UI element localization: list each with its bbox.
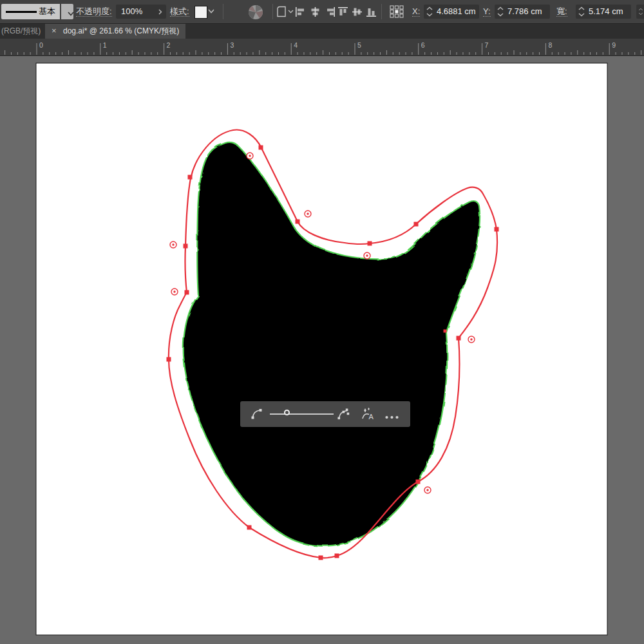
corner-widget[interactable] <box>170 242 176 248</box>
anchor-point[interactable] <box>368 242 372 246</box>
stepper-icon[interactable] <box>496 6 505 17</box>
tab-close-icon[interactable]: × <box>52 23 57 39</box>
svg-text:7: 7 <box>485 41 489 49</box>
anchor-point-small[interactable] <box>444 330 447 333</box>
y-value: 7.786 cm <box>507 6 542 16</box>
svg-text:5: 5 <box>357 41 361 49</box>
simplify-fewer-points-button[interactable] <box>251 408 263 422</box>
width-field[interactable]: 5.174 cm <box>576 5 631 19</box>
corner-widget[interactable] <box>171 289 178 295</box>
opacity-label[interactable]: 不透明度: <box>76 0 112 23</box>
width-label[interactable]: 寬: <box>556 0 567 23</box>
toolbar-divider <box>272 4 273 19</box>
svg-text:A: A <box>369 413 374 421</box>
fewer-anchor-points-icon <box>251 408 263 421</box>
more-anchor-points-icon <box>337 408 350 421</box>
anchor-point[interactable] <box>167 357 171 362</box>
artwork-svg <box>0 56 644 644</box>
svg-text:9: 9 <box>612 41 616 49</box>
corner-widget[interactable] <box>364 252 370 259</box>
align-center-vertical-icon <box>352 6 363 17</box>
svg-text:2: 2 <box>167 41 171 49</box>
tab-active-dog-ai[interactable]: × dog.ai* @ 261.66 % (CMYK/預視) <box>45 23 185 39</box>
svg-text:4: 4 <box>294 41 298 49</box>
opacity-field[interactable]: 100% <box>116 5 166 19</box>
anchor-point[interactable] <box>247 526 252 530</box>
anchor-point[interactable] <box>414 222 419 227</box>
align-bottom-icon <box>366 6 377 17</box>
anchor-point[interactable] <box>457 336 461 341</box>
chevron-down-icon <box>208 9 214 14</box>
simplify-slider-knob[interactable] <box>284 410 290 415</box>
illustrator-window: 基本 不透明度: 100% 樣式: <box>0 0 644 644</box>
svg-text:6: 6 <box>421 41 425 49</box>
chevron-down-icon <box>68 12 74 16</box>
anchor-point[interactable] <box>495 227 499 232</box>
chevron-down-icon[interactable] <box>288 10 294 14</box>
opacity-value: 100% <box>121 6 142 16</box>
tab-inactive-clipped[interactable]: (RGB/預視) <box>1 23 41 39</box>
anchor-point[interactable] <box>296 220 300 224</box>
document-tab-bar: (RGB/預視) × dog.ai* @ 261.66 % (CMYK/預視) <box>0 23 644 39</box>
document-icon <box>276 6 287 17</box>
opacity-menu-arrow-icon[interactable] <box>158 9 162 15</box>
more-options-button[interactable] <box>384 412 400 422</box>
simplify-slider-track[interactable] <box>270 413 334 415</box>
style-swatch[interactable] <box>194 6 207 19</box>
stepper-icon[interactable] <box>577 6 586 17</box>
simplify-more-points-button[interactable] <box>337 408 350 422</box>
next-field-clipped[interactable] <box>636 5 644 19</box>
toolbar-divider <box>223 4 223 19</box>
x-label[interactable]: X: <box>412 0 420 23</box>
stepper-icon[interactable] <box>425 6 434 17</box>
y-field[interactable]: 7.786 cm <box>495 5 550 19</box>
anchor-point[interactable] <box>185 290 189 295</box>
simplify-hud: A <box>240 401 410 427</box>
control-bar: 基本 不透明度: 100% 樣式: <box>0 0 644 24</box>
svg-text:3: 3 <box>230 41 234 49</box>
corner-widget[interactable] <box>468 336 475 343</box>
svg-text:1: 1 <box>103 41 107 49</box>
align-top-icon <box>337 6 348 17</box>
ruler-ticks: 0123456789 <box>0 39 644 55</box>
horizontal-ruler[interactable]: 0123456789 <box>0 39 644 56</box>
style-label[interactable]: 樣式: <box>170 0 189 23</box>
toolbar-divider <box>381 4 382 19</box>
brush-name: 基本 <box>39 6 55 17</box>
anchor-point[interactable] <box>335 554 339 558</box>
auto-simplify-icon: A <box>361 407 375 421</box>
align-left-icon <box>295 6 306 17</box>
x-field[interactable]: 4.6881 cm <box>424 5 479 19</box>
svg-text:0: 0 <box>39 41 43 49</box>
reference-point-grid-icon <box>389 5 404 18</box>
svg-text:8: 8 <box>548 41 552 49</box>
anchor-point[interactable] <box>416 480 421 484</box>
anchor-point[interactable] <box>259 146 263 150</box>
tab-title: dog.ai* @ 261.66 % (CMYK/預視) <box>63 23 179 39</box>
brush-definition-dropdown[interactable]: 基本 <box>1 4 60 19</box>
stroke-preview <box>6 11 37 13</box>
anchor-point[interactable] <box>188 175 193 180</box>
corner-widget[interactable] <box>247 153 253 159</box>
color-sphere-icon <box>248 5 263 20</box>
brush-dropdown-chevron[interactable] <box>61 4 73 19</box>
align-center-horizontal-icon <box>310 6 321 17</box>
canvas-area[interactable]: A <box>0 56 644 644</box>
width-value: 5.174 cm <box>589 6 623 16</box>
ellipsis-icon <box>384 415 400 420</box>
y-label[interactable]: Y: <box>483 0 491 23</box>
auto-simplify-button[interactable]: A <box>361 407 375 422</box>
x-value: 4.6881 cm <box>437 6 476 16</box>
corner-widget[interactable] <box>424 487 431 493</box>
corner-widget[interactable] <box>305 211 311 217</box>
anchor-point[interactable] <box>319 556 323 560</box>
align-right-icon <box>325 6 336 17</box>
anchor-point[interactable] <box>184 244 188 249</box>
stepper-icon <box>638 6 644 17</box>
